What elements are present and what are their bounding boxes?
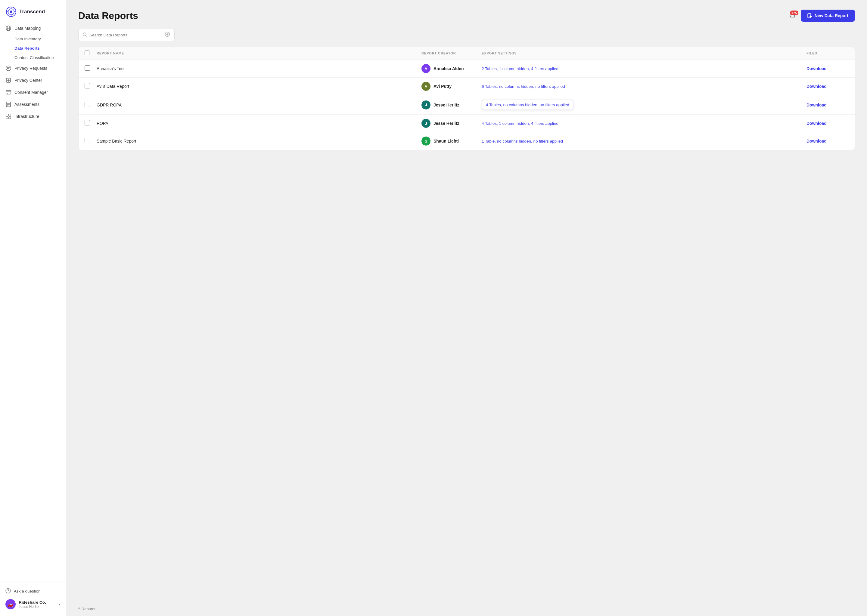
- download-link[interactable]: Download: [807, 84, 827, 89]
- sidebar-item-assessments[interactable]: Assessments: [0, 98, 66, 110]
- download-link[interactable]: Download: [807, 102, 827, 107]
- avatar: A: [421, 82, 430, 91]
- reports-count: 5 Reports: [66, 602, 867, 616]
- sidebar-item-data-inventory[interactable]: Data Inventory: [0, 34, 66, 44]
- search-box[interactable]: [78, 29, 175, 41]
- avatar: A: [421, 64, 430, 73]
- logo[interactable]: Transcend: [0, 0, 66, 22]
- svg-line-29: [86, 36, 87, 36]
- ask-question-label: Ask a question: [14, 589, 41, 594]
- creator-name: Shaun Lichti: [434, 139, 459, 143]
- creator-name: Avi Putty: [434, 84, 452, 89]
- svg-rect-19: [6, 114, 8, 116]
- download-link[interactable]: Download: [807, 139, 827, 143]
- creator-cell: J Jesse Herlitz: [421, 119, 482, 128]
- infra-icon: [5, 113, 11, 119]
- shield-icon: [5, 77, 11, 83]
- assessments-icon: [5, 101, 11, 107]
- sidebar-item-consent-manager[interactable]: Consent Manager: [0, 86, 66, 98]
- table-row[interactable]: Annalisa's Test A Annalisa Alden 2 Table…: [79, 60, 854, 78]
- table-row[interactable]: Avi's Data Report A Avi Putty 6 Tables, …: [79, 78, 854, 95]
- creator-cell: S Shaun Lichti: [421, 137, 482, 146]
- reports-table: REPORT NAME REPORT CREATOR EXPORT SETTIN…: [78, 47, 855, 150]
- export-settings: 6 Tables, no columns hidden, no filters …: [482, 84, 807, 89]
- col-report-name-header: REPORT NAME: [97, 52, 421, 55]
- sidebar-item-content-classification[interactable]: Content Classification: [0, 53, 66, 62]
- report-name: Avi's Data Report: [97, 84, 421, 89]
- row-checkbox[interactable]: [85, 65, 90, 71]
- page-title: Data Reports: [78, 10, 138, 21]
- search-icon: [83, 33, 87, 38]
- svg-point-2: [10, 11, 13, 13]
- download-link[interactable]: Download: [807, 66, 827, 71]
- add-filter-button[interactable]: [165, 31, 170, 39]
- creator-cell: A Avi Putty: [421, 82, 482, 91]
- col-files-header: FILES: [807, 52, 849, 55]
- row-checkbox[interactable]: [85, 102, 90, 107]
- svg-rect-20: [9, 114, 11, 116]
- toolbar: [66, 29, 867, 47]
- table-row[interactable]: GDPR ROPA J Jesse Herlitz 4 Tables, no c…: [79, 95, 854, 115]
- table-row[interactable]: Sample Basic Report S Shaun Lichti 1 Tab…: [79, 132, 854, 150]
- ask-question-link[interactable]: Ask a question: [5, 586, 60, 597]
- chevron-down-icon: ▾: [59, 602, 60, 607]
- creator-name: Annalisa Alden: [434, 66, 464, 71]
- report-name: ROPA: [97, 121, 421, 126]
- sidebar-item-assessments-label: Assessments: [14, 102, 39, 107]
- select-all-checkbox[interactable]: [85, 50, 90, 55]
- col-export-header: EXPORT SETTINGS: [482, 52, 807, 55]
- creator-cell: J Jesse Herlitz: [421, 101, 482, 110]
- svg-rect-21: [6, 117, 8, 119]
- chat-icon: [5, 65, 11, 71]
- svg-point-10: [6, 66, 11, 71]
- sidebar-item-privacy-requests[interactable]: Privacy Requests: [0, 62, 66, 74]
- table-container: REPORT NAME REPORT CREATOR EXPORT SETTIN…: [66, 47, 867, 602]
- sidebar-item-privacy-center[interactable]: Privacy Center: [0, 74, 66, 86]
- export-settings: 4 Tables, no columns hidden, no filters …: [482, 99, 574, 110]
- transcend-logo-icon: [6, 6, 16, 17]
- sidebar-bottom: Ask a question 🚗 Rideshare Co. Jesse Her…: [0, 581, 66, 616]
- sidebar-item-data-mapping-label: Data Mapping: [14, 26, 41, 31]
- sidebar-item-data-mapping[interactable]: Data Mapping: [0, 22, 66, 34]
- notification-button[interactable]: 175: [789, 13, 796, 19]
- header-actions: 175 New Data Report: [789, 9, 855, 22]
- plus-file-icon: [807, 13, 812, 18]
- export-settings-highlighted: 4 Tables, no columns hidden, no filters …: [482, 99, 807, 110]
- sidebar-item-data-reports[interactable]: Data Reports: [0, 44, 66, 53]
- col-checkbox-header: [85, 50, 97, 56]
- sidebar: Transcend Data Mapping Data Inventory Da…: [0, 0, 66, 616]
- row-checkbox[interactable]: [85, 138, 90, 143]
- row-checkbox[interactable]: [85, 83, 90, 88]
- report-name: GDPR ROPA: [97, 102, 421, 107]
- avatar: J: [421, 119, 430, 128]
- notification-badge: 175: [790, 11, 798, 15]
- help-icon: [5, 588, 11, 594]
- table-header: REPORT NAME REPORT CREATOR EXPORT SETTIN…: [79, 47, 854, 60]
- company-user: Jesse Herlitz: [19, 605, 56, 609]
- avatar: S: [421, 137, 430, 146]
- svg-point-24: [8, 592, 8, 592]
- search-input[interactable]: [90, 33, 161, 37]
- sidebar-item-privacy-requests-label: Privacy Requests: [14, 66, 47, 71]
- new-report-label: New Data Report: [815, 13, 848, 18]
- page-header: Data Reports 175 New Data Report: [66, 0, 867, 29]
- logo-text: Transcend: [19, 9, 45, 15]
- download-link[interactable]: Download: [807, 121, 827, 126]
- sidebar-item-privacy-center-label: Privacy Center: [14, 78, 42, 83]
- company-avatar-icon: 🚗: [5, 599, 16, 610]
- avatar: J: [421, 101, 430, 110]
- svg-rect-12: [6, 91, 11, 94]
- report-name: Sample Basic Report: [97, 139, 421, 143]
- sidebar-item-infrastructure-label: Infrastructure: [14, 114, 39, 119]
- sidebar-item-infrastructure[interactable]: Infrastructure: [0, 110, 66, 123]
- creator-name: Jesse Herlitz: [434, 102, 459, 107]
- company-name: Rideshare Co.: [19, 600, 56, 605]
- sidebar-item-consent-manager-label: Consent Manager: [14, 90, 48, 95]
- globe-icon: [5, 25, 11, 31]
- company-switcher[interactable]: 🚗 Rideshare Co. Jesse Herlitz ▾: [5, 597, 60, 612]
- main-content: Data Reports 175 New Data Report: [66, 0, 867, 616]
- row-checkbox[interactable]: [85, 120, 90, 126]
- export-settings: 4 Tables, 1 column hidden, 4 filters app…: [482, 121, 807, 126]
- table-row[interactable]: ROPA J Jesse Herlitz 4 Tables, 1 column …: [79, 115, 854, 132]
- new-data-report-button[interactable]: New Data Report: [801, 9, 855, 22]
